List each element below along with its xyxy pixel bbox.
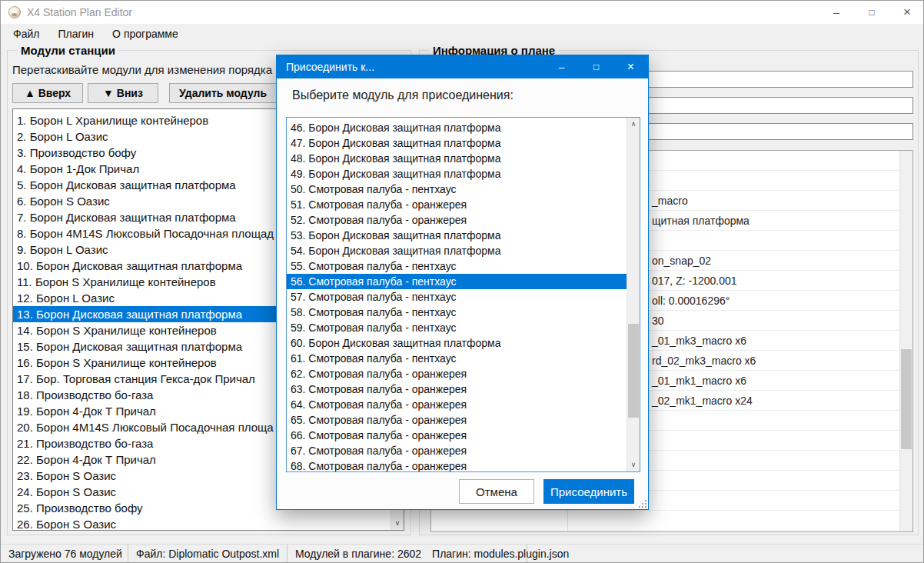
move-up-button[interactable]: ▲ Вверх: [12, 83, 83, 103]
menu-about[interactable]: О программе: [103, 24, 188, 44]
status-loaded-pane: Загружено 76 модулей: [1, 545, 128, 562]
status-plugin-count-label: Модулей в плагине: 2602: [295, 548, 421, 560]
list-item[interactable]: 53. Борон Дисковая защитная платформа: [287, 228, 627, 243]
list-item[interactable]: 64. Смотровая палуба - оранжерея: [287, 397, 627, 412]
list-item[interactable]: 62. Смотровая палуба - оранжерея: [287, 366, 627, 381]
move-down-button[interactable]: ▼ Вниз: [88, 83, 158, 103]
scroll-down-icon[interactable]: ∨: [391, 517, 404, 530]
list-item[interactable]: 66. Смотровая палуба - оранжерея: [287, 428, 627, 443]
property-row: [431, 511, 899, 531]
minimize-icon[interactable]: –: [819, 1, 854, 24]
dialog-title-bar[interactable]: Присоединить к... – □ ×: [277, 55, 648, 78]
list-item[interactable]: 57. Смотровая палуба - пентхаус: [287, 289, 627, 305]
scrollbar-thumb[interactable]: [628, 324, 639, 418]
list-item[interactable]: 65. Смотровая палуба - оранжерея: [287, 412, 627, 428]
drag-hint-label: Перетаскивайте модули для изменения поря…: [12, 63, 272, 76]
list-item[interactable]: 49. Борон Дисковая защитная платформа: [287, 166, 627, 182]
dialog-minimize-icon[interactable]: –: [544, 55, 579, 78]
scroll-down-icon[interactable]: ∨: [627, 458, 640, 471]
list-item[interactable]: 60. Борон Дисковая защитная платформа: [287, 335, 627, 351]
list-item[interactable]: 26. Борон S Оазис: [13, 516, 391, 531]
list-item[interactable]: 68. Смотровая палуба - оранжерея: [287, 458, 627, 472]
list-item[interactable]: 52. Смотровая палуба - оранжерея: [287, 212, 627, 228]
window-title: X4 Station Plan Editor: [27, 1, 132, 24]
dialog-close-icon[interactable]: ×: [613, 55, 648, 78]
properties-scrollbar[interactable]: [899, 151, 912, 531]
main-window: X4 Station Plan Editor – □ × Файл Плагин…: [0, 0, 924, 563]
dialog-maximize-icon[interactable]: □: [579, 55, 613, 78]
attach-modules-list: 46. Борон Дисковая защитная платформа47.…: [287, 118, 627, 471]
list-item[interactable]: 50. Смотровая палуба - пентхаус: [287, 182, 627, 197]
status-plugin-file-label: Плагин: modules.plugin.json: [432, 548, 569, 560]
list-item[interactable]: 63. Смотровая палуба - оранжерея: [287, 381, 627, 397]
list-item[interactable]: 47. Борон Дисковая защитная платформа: [287, 135, 627, 151]
attach-button[interactable]: Присоединить: [543, 479, 634, 504]
dialog-title: Присоединить к...: [286, 55, 374, 78]
list-item[interactable]: 56. Смотровая палуба - пентхаус: [287, 274, 627, 289]
close-icon[interactable]: ×: [889, 1, 924, 24]
scroll-up-icon[interactable]: ∧: [627, 118, 640, 131]
list-item[interactable]: 55. Смотровая палуба - пентхаус: [287, 258, 627, 274]
attach-dialog: Присоединить к... – □ × Выберите модуль …: [276, 55, 649, 510]
resize-grip[interactable]: [637, 498, 646, 508]
list-item[interactable]: 51. Смотровая палуба - оранжерея: [287, 197, 627, 212]
dialog-list-scrollbar[interactable]: ∧ ∨: [627, 118, 640, 471]
status-bar: Загружено 76 модулей Файл: Diplomatic Ou…: [1, 544, 924, 562]
list-item[interactable]: 61. Смотровая палуба - пентхаус: [287, 351, 627, 366]
list-item[interactable]: 59. Смотровая палуба - пентхаус: [287, 320, 627, 335]
cancel-button[interactable]: Отмена: [459, 479, 534, 504]
dialog-prompt-label: Выберите модуль для присоединения:: [292, 88, 514, 102]
status-loaded-label: Загружено 76 модулей: [8, 548, 122, 560]
maximize-icon[interactable]: □: [854, 1, 889, 24]
app-icon: [8, 6, 21, 18]
list-item[interactable]: 67. Смотровая палуба - оранжерея: [287, 443, 627, 458]
menu-file[interactable]: Файл: [4, 24, 48, 44]
station-modules-title: Модули станции: [17, 44, 119, 57]
menu-plugin[interactable]: Плагин: [48, 24, 103, 44]
status-file-pane: Файл: Diplomatic Outpost.xml: [128, 545, 288, 562]
list-item[interactable]: 46. Борон Дисковая защитная платформа: [287, 120, 627, 135]
title-bar[interactable]: X4 Station Plan Editor – □ ×: [1, 1, 924, 24]
delete-module-button[interactable]: Удалить модуль: [169, 83, 277, 103]
status-plugin-pane: Модулей в плагине: 2602 Плагин: modules.…: [288, 545, 527, 562]
menu-bar: Файл Плагин О программе: [1, 24, 924, 44]
list-item[interactable]: 48. Борон Дисковая защитная платформа: [287, 151, 627, 166]
status-file-label: Файл: Diplomatic Outpost.xml: [136, 548, 279, 560]
attach-modules-listbox[interactable]: 46. Борон Дисковая защитная платформа47.…: [286, 117, 640, 472]
scrollbar-thumb[interactable]: [901, 349, 912, 449]
list-item[interactable]: 58. Смотровая палуба - пентхаус: [287, 305, 627, 320]
list-item[interactable]: 54. Борон Дисковая защитная платформа: [287, 243, 627, 258]
